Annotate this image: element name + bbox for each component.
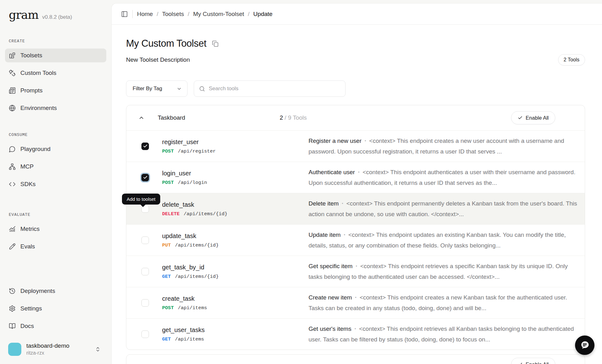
sidebar-item-docs[interactable]: Docs [5, 319, 106, 333]
history-icon [9, 288, 16, 294]
tool-name: register_user [162, 138, 216, 146]
sidebar-nav: CREATE Toolsets Custom Tools Prompts Env… [5, 39, 106, 257]
copy-icon[interactable] [212, 40, 219, 47]
endpoint-path: /api/login [178, 180, 207, 185]
sidebar-item-evals[interactable]: Evals [5, 240, 106, 253]
tool-checkbox[interactable] [141, 268, 149, 275]
enable-all-button[interactable]: Enable All [511, 358, 555, 364]
tool-checkbox[interactable] [141, 237, 149, 244]
filter-by-tag-dropdown[interactable]: Filter By Tag [126, 81, 187, 97]
tool-endpoint: PUT/api/items/{id} [162, 242, 219, 248]
tool-endpoint: GET/api/items/{id} [162, 274, 219, 279]
blocks-icon [9, 52, 16, 59]
sidebar-toggle-icon[interactable] [121, 11, 128, 18]
sidebar-item-label: Metrics [20, 226, 40, 232]
filter-by-tag-label: Filter By Tag [133, 86, 162, 92]
breadcrumb-toolsets[interactable]: Toolsets [162, 11, 184, 18]
tool-description: Create new item•<context> This endpoint … [309, 287, 585, 318]
check-icon [518, 115, 523, 120]
section-label-evaluate: EVALUATE [5, 212, 106, 217]
tool-endpoint: POST/api/register [162, 148, 216, 154]
sidebar-item-toolsets[interactable]: Toolsets [5, 49, 106, 62]
group-name: Taskboard [158, 114, 185, 121]
tool-row: register_user POST/api/register Register… [126, 130, 585, 162]
sidebar-item-label: Docs [20, 323, 34, 330]
tool-checkbox[interactable] [141, 174, 149, 181]
globe-icon [9, 105, 16, 112]
tool-checkbox[interactable] [141, 299, 149, 307]
search-tools-input[interactable] [209, 81, 340, 96]
group-header: Taskboard 2 / 9 Tools Enable All [126, 105, 585, 130]
chat-support-button[interactable] [575, 335, 594, 355]
pencil-icon [9, 243, 16, 250]
account-name: taskboard-demo [26, 342, 90, 349]
endpoint-path: /api/items/{id} [175, 274, 219, 279]
chevron-down-icon [177, 86, 182, 91]
logo-text: gram [9, 8, 39, 22]
breadcrumb: Home / Toolsets / My Custom-Toolset / Up… [112, 3, 602, 25]
chevrons-up-down-icon [95, 346, 101, 352]
chevron-up-icon[interactable] [138, 114, 145, 122]
search-tools-box [194, 81, 346, 97]
sidebar-item-deployments[interactable]: Deployments [5, 284, 106, 298]
page-title: My Custom Toolset [126, 38, 206, 49]
gear-icon [9, 305, 16, 312]
sidebar-footer: Deployments Settings Docs taskboard-demo… [5, 284, 106, 358]
sidebar-item-label: Custom Tools [20, 70, 56, 76]
sidebar-item-environments[interactable]: Environments [5, 101, 106, 115]
chat-icon [579, 340, 590, 351]
app-version: v0.8.2 (beta) [42, 14, 72, 20]
tool-row: update_task PUT/api/items/{id} Update it… [126, 224, 585, 256]
sidebar-item-playground[interactable]: Playground [5, 142, 106, 156]
newspaper-icon [9, 87, 16, 94]
sidebar-item-label: Settings [20, 305, 42, 312]
tool-row: get_user_tasks GET/api/items Get user's … [126, 318, 585, 350]
sidebar-item-sdks[interactable]: SDKs [5, 177, 106, 191]
http-method: GET [162, 274, 171, 279]
code-brackets-icon [9, 181, 16, 188]
app-logo[interactable]: gram v0.8.2 (beta) [5, 8, 106, 23]
sidebar-item-prompts[interactable]: Prompts [5, 84, 106, 97]
tool-row: login_user POST/api/login Authenticate u… [126, 162, 585, 193]
account-switcher[interactable]: taskboard-demo ritza-rzx [5, 342, 106, 358]
tool-endpoint: POST/api/items [162, 305, 207, 311]
tool-name: get_task_by_id [162, 264, 219, 271]
sidebar-item-label: Prompts [20, 87, 43, 94]
http-method: DELETE [162, 211, 180, 217]
chat-bubble-icon [9, 146, 16, 153]
tool-description: Authenticate user•<context> This endpoin… [309, 162, 585, 193]
divider [132, 10, 133, 18]
breadcrumb-separator: / [188, 11, 189, 18]
tool-checkbox[interactable] [141, 330, 149, 338]
breadcrumb-toolset-name[interactable]: My Custom-Toolset [193, 11, 244, 18]
tool-description: Update item•<context> This endpoint upda… [309, 225, 585, 256]
sidebar-item-label: Playground [20, 146, 50, 153]
endpoint-path: /api/items/{id} [184, 211, 228, 217]
tool-description: Get user's items•<context> This endpoint… [309, 319, 585, 350]
tool-checkbox[interactable] [141, 143, 149, 150]
breadcrumb-home[interactable]: Home [137, 11, 153, 18]
sidebar-item-label: Evals [20, 243, 35, 250]
tool-endpoint: GET/api/items [162, 336, 205, 342]
tool-row: delete_task DELETE/api/items/{id} Delete… [126, 193, 585, 224]
breadcrumb-update: Update [253, 11, 272, 18]
section-label-consume: CONSUME [5, 133, 106, 137]
breadcrumb-separator: / [157, 11, 158, 18]
sidebar-item-label: Toolsets [20, 52, 42, 59]
http-method: POST [162, 180, 174, 185]
sidebar-item-label: Deployments [20, 288, 55, 294]
tool-row: create_task POST/api/items Create new it… [126, 287, 585, 318]
sidebar-item-custom-tools[interactable]: Custom Tools [5, 66, 106, 80]
section-label-create: CREATE [5, 39, 106, 44]
tool-description: Register a new user•<context> This endpo… [309, 131, 585, 162]
sidebar-item-settings[interactable]: Settings [5, 302, 106, 315]
toolset-description: New Toolset Description [126, 56, 190, 63]
tool-group-next: Enable All [126, 354, 585, 364]
sidebar-item-metrics[interactable]: Metrics [5, 222, 106, 236]
enable-all-button[interactable]: Enable All [511, 111, 555, 124]
group-tool-count: 2 / 9 Tools [280, 114, 307, 121]
tools-count-badge: 2 Tools [558, 54, 585, 65]
sidebar-item-mcp[interactable]: MCP [5, 160, 106, 174]
tool-group-taskboard: Taskboard 2 / 9 Tools Enable All registe… [126, 105, 585, 350]
tool-endpoint: POST/api/login [162, 180, 207, 185]
